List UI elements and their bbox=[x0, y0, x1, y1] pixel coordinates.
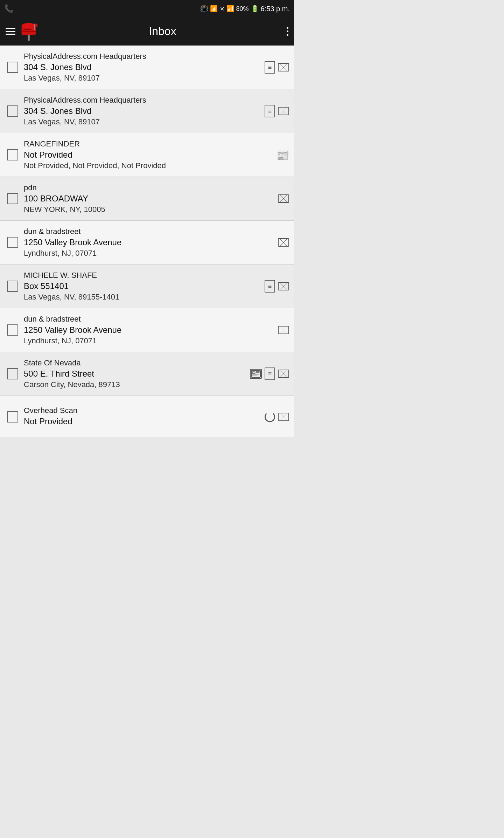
document-icon[interactable] bbox=[265, 368, 275, 380]
mail-sender: RANGEFINDER bbox=[24, 139, 273, 149]
mail-item: dun & bradstreet 1250 Valley Brook Avenu… bbox=[0, 308, 294, 352]
document-icon[interactable] bbox=[265, 105, 275, 117]
mail-content: PhysicalAddress.com Headquarters 304 S. … bbox=[24, 96, 262, 126]
checkbox-wrapper bbox=[5, 62, 20, 73]
mail-checkbox[interactable] bbox=[7, 411, 18, 423]
svg-rect-9 bbox=[256, 371, 259, 372]
mail-actions bbox=[265, 105, 289, 117]
mail-item: PhysicalAddress.com Headquarters 304 S. … bbox=[0, 46, 294, 89]
mail-address: Not Provided bbox=[24, 150, 273, 160]
mail-sender: dun & bradstreet bbox=[24, 227, 275, 236]
mail-checkbox[interactable] bbox=[7, 193, 18, 204]
svg-rect-4 bbox=[34, 23, 35, 30]
mail-content: State Of Nevada 500 E. Third Street Cars… bbox=[24, 358, 247, 389]
mail-item: pdn 100 BROADWAY NEW YORK, NY, 10005 bbox=[0, 177, 294, 221]
checkbox-wrapper bbox=[5, 237, 20, 248]
mail-address: Not Provided bbox=[24, 417, 262, 426]
inbox-title: Inbox bbox=[38, 25, 287, 38]
envelope-icon[interactable] bbox=[278, 194, 289, 203]
mail-sender: PhysicalAddress.com Headquarters bbox=[24, 52, 262, 61]
mail-item: MICHELE W. SHAFE Box 551401 Las Vegas, N… bbox=[0, 265, 294, 308]
mail-checkbox[interactable] bbox=[7, 281, 18, 292]
more-options-button[interactable] bbox=[287, 27, 288, 36]
document-icon[interactable] bbox=[265, 61, 275, 74]
mail-address: 304 S. Jones Blvd bbox=[24, 106, 262, 116]
fax-svg bbox=[251, 370, 261, 378]
fax-icon[interactable] bbox=[250, 369, 262, 379]
mail-city: Las Vegas, NV, 89107 bbox=[24, 74, 262, 83]
mail-content: MICHELE W. SHAFE Box 551401 Las Vegas, N… bbox=[24, 271, 262, 302]
mail-sender: dun & bradstreet bbox=[24, 315, 275, 324]
mail-city: NEW YORK, NY, 10005 bbox=[24, 205, 275, 214]
phone-icon: 📞 bbox=[4, 4, 14, 13]
checkbox-wrapper bbox=[5, 193, 20, 204]
battery-level: 80% bbox=[236, 5, 249, 13]
mail-content: Overhead Scan Not Provided bbox=[24, 406, 262, 428]
mail-actions bbox=[278, 238, 289, 247]
mail-actions bbox=[265, 61, 289, 74]
checkbox-wrapper bbox=[5, 281, 20, 292]
mail-city: Las Vegas, NV, 89107 bbox=[24, 117, 262, 126]
mail-city: Lyndhurst, NJ, 07071 bbox=[24, 336, 275, 345]
mail-address: 304 S. Jones Blvd bbox=[24, 62, 262, 72]
vibrate-icon: 📳 bbox=[200, 5, 208, 13]
mail-item: RANGEFINDER Not Provided Not Provided, N… bbox=[0, 133, 294, 177]
mail-address: 100 BROADWAY bbox=[24, 194, 275, 204]
envelope-icon[interactable] bbox=[278, 63, 289, 71]
status-bar: 📞 📳 📶 ✕ 📶 80% 🔋 6:53 p.m. bbox=[0, 0, 294, 18]
magazine-icon[interactable]: 📰 bbox=[276, 149, 289, 161]
checkbox-wrapper bbox=[5, 105, 20, 117]
battery-icon: 🔋 bbox=[251, 5, 259, 13]
mail-checkbox[interactable] bbox=[7, 368, 18, 379]
mail-checkbox[interactable] bbox=[7, 149, 18, 160]
mail-checkbox[interactable] bbox=[7, 105, 18, 117]
checkbox-wrapper bbox=[5, 368, 20, 379]
mail-content: RANGEFINDER Not Provided Not Provided, N… bbox=[24, 139, 273, 170]
mail-sender: pdn bbox=[24, 183, 275, 192]
mail-content: dun & bradstreet 1250 Valley Brook Avenu… bbox=[24, 227, 275, 258]
envelope-icon[interactable] bbox=[278, 326, 289, 334]
mail-checkbox[interactable] bbox=[7, 237, 18, 248]
sim-icon: ✕ bbox=[220, 6, 224, 12]
envelope-icon[interactable] bbox=[278, 413, 289, 421]
mailbox-svg bbox=[20, 22, 38, 41]
mail-content: PhysicalAddress.com Headquarters 304 S. … bbox=[24, 52, 262, 83]
status-right: 📳 📶 ✕ 📶 80% 🔋 6:53 p.m. bbox=[200, 5, 290, 13]
mail-item: dun & bradstreet 1250 Valley Brook Avenu… bbox=[0, 221, 294, 265]
envelope-icon[interactable] bbox=[278, 282, 289, 290]
app-bar: Inbox bbox=[0, 18, 294, 46]
svg-rect-8 bbox=[252, 372, 255, 373]
mail-checkbox[interactable] bbox=[7, 62, 18, 73]
envelope-icon[interactable] bbox=[278, 107, 289, 115]
mail-content: pdn 100 BROADWAY NEW YORK, NY, 10005 bbox=[24, 183, 275, 214]
mail-sender: MICHELE W. SHAFE bbox=[24, 271, 262, 280]
hamburger-menu-button[interactable] bbox=[6, 28, 15, 35]
mail-list: PhysicalAddress.com Headquarters 304 S. … bbox=[0, 46, 294, 438]
status-left: 📞 bbox=[4, 4, 14, 13]
document-icon[interactable] bbox=[265, 280, 275, 293]
svg-rect-0 bbox=[28, 34, 30, 41]
mail-checkbox[interactable] bbox=[7, 324, 18, 336]
mailbox-logo bbox=[19, 22, 38, 41]
checkbox-wrapper bbox=[5, 149, 20, 160]
envelope-icon[interactable] bbox=[278, 370, 289, 378]
mail-address: Box 551401 bbox=[24, 281, 262, 291]
mail-item: PhysicalAddress.com Headquarters 304 S. … bbox=[0, 89, 294, 133]
wifi-icon: 📶 bbox=[210, 5, 218, 13]
checkbox-wrapper bbox=[5, 324, 20, 336]
mail-address: 1250 Valley Brook Avenue bbox=[24, 238, 275, 247]
checkbox-wrapper bbox=[5, 411, 20, 423]
refresh-icon[interactable] bbox=[265, 412, 275, 422]
mail-actions bbox=[265, 280, 289, 293]
mail-city: Las Vegas, NV, 89155-1401 bbox=[24, 293, 262, 302]
envelope-icon[interactable] bbox=[278, 238, 289, 247]
mail-sender: PhysicalAddress.com Headquarters bbox=[24, 96, 262, 105]
mail-city: Lyndhurst, NJ, 07071 bbox=[24, 249, 275, 258]
status-time: 6:53 p.m. bbox=[261, 5, 290, 13]
mail-item: Overhead Scan Not Provided bbox=[0, 396, 294, 438]
mail-actions bbox=[265, 412, 289, 422]
mail-actions: 📰 bbox=[276, 149, 289, 161]
mail-address: 500 E. Third Street bbox=[24, 369, 247, 379]
mail-city: Carson City, Nevada, 89713 bbox=[24, 380, 247, 389]
svg-rect-6 bbox=[23, 29, 31, 30]
